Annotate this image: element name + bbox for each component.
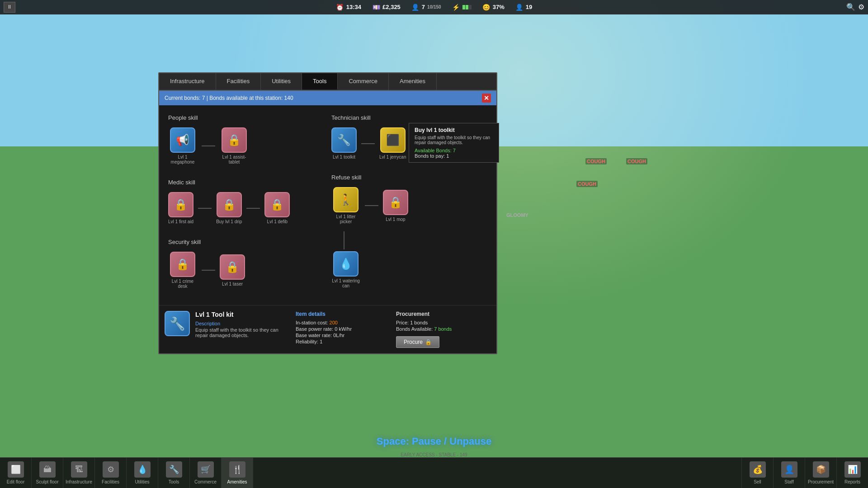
in-station-cost-row: In-station cost: 200 (296, 320, 391, 325)
crime-desk-item[interactable]: 🔒 Lvl 1 crime desk (168, 252, 197, 289)
bottom-bar-left-items: ⬜ Edit floor 🏔 Sculpt floor 🏗 Infrastruc… (0, 458, 253, 488)
litter-picker-label: Lvl 1 litter picker (331, 214, 360, 224)
item-description: Equip staff with the toolkit so they can… (195, 327, 290, 338)
top-right-icons: 🔍 ⚙ (846, 3, 864, 11)
reliability-label: Reliability: (296, 339, 318, 344)
assist-tablet-item[interactable]: 🔒 Lvl 1 assist-tablet (220, 127, 249, 164)
refuse-skill-section: Refuse skill 🚶 Lvl 1 litter picker 🔒 Lvl… (328, 170, 491, 292)
selected-item-icon: 🔧 (165, 311, 190, 336)
watering-can-icon: 💧 (333, 251, 359, 277)
tab-tools[interactable]: Tools (302, 73, 338, 90)
taser-item[interactable]: 🔒 Lvl 1 taser (220, 254, 245, 286)
jerrycan-item[interactable]: ⬛ Lvl 1 jerrycan Buy lvl 1 toolkit Equip… (379, 127, 406, 160)
mop-item[interactable]: 🔒 Lvl 1 mop (383, 190, 408, 222)
bottombar-tools[interactable]: 🔧 Tools (158, 458, 190, 488)
reliability-value: 1 (320, 339, 322, 344)
tab-infrastructure[interactable]: Infrastructure (159, 73, 216, 90)
litter-picker-item[interactable]: 🚶 Lvl 1 litter picker (331, 187, 360, 224)
tab-commerce[interactable]: Commerce (338, 73, 389, 90)
connector-security (202, 270, 215, 271)
reliability-row: Reliability: 1 (296, 339, 391, 344)
tools-label: Tools (169, 479, 179, 484)
cough-label-1: COUGH (585, 158, 607, 164)
description-label: Description (195, 321, 290, 326)
toolkit-item[interactable]: 🔧 Lvl 1 toolkit (331, 127, 357, 160)
mop-icon: 🔒 (383, 190, 408, 215)
technician-skill-row: 🔧 Lvl 1 toolkit ⬛ Lvl 1 jerrycan Buy lvl… (331, 127, 487, 160)
watering-can-item[interactable]: 💧 Lvl 1 watering can (331, 251, 360, 288)
bottombar-edit-floor[interactable]: ⬜ Edit floor (0, 458, 32, 488)
sell-icon: 💰 (750, 461, 766, 478)
defib-item[interactable]: 🔒 Lvl 1 defib (264, 192, 290, 224)
drip-item[interactable]: 🔒 Buy lvl 1 drip (216, 192, 242, 224)
bottombar-reports[interactable]: 📊 Reports (836, 458, 868, 488)
crime-desk-icon: 🔒 (170, 252, 195, 277)
bottombar-procurement[interactable]: 📦 Procurement (805, 458, 836, 488)
infra-label: Infrastructure (66, 479, 92, 484)
procurement-label: Procurement (808, 479, 834, 484)
bottom-bar: ⬜ Edit floor 🏔 Sculpt floor 🏗 Infrastruc… (0, 457, 868, 488)
connector-medic-1 (198, 208, 212, 209)
bottombar-staff[interactable]: 👤 Staff (773, 458, 805, 488)
security-skill-title: Security skill (168, 239, 324, 245)
visitors-value: 19 (526, 4, 532, 10)
tooltip-available-bonds-value: 7 (453, 148, 456, 153)
first-aid-item[interactable]: 🔒 Lvl 1 first aid (168, 192, 193, 224)
edit-floor-icon: ⬜ (8, 461, 24, 478)
people-skill-row: 📢 Lvl 1 megaphone 🔒 Lvl 1 assist-tablet (168, 127, 324, 164)
bottombar-amenities[interactable]: 🍴 Amenities (222, 458, 253, 488)
reports-icon: 📊 (844, 461, 861, 478)
tab-facilities[interactable]: Facilities (216, 73, 261, 90)
bottombar-facilities[interactable]: ⚙ Facilities (95, 458, 127, 488)
security-skill-row: 🔒 Lvl 1 crime desk 🔒 Lvl 1 taser (168, 252, 324, 289)
sculpt-floor-label: Sculpt floor (36, 479, 58, 484)
in-station-cost-label: In-station cost: (296, 320, 328, 325)
bottom-bar-right-items: 💰 Sell 👤 Staff 📦 Procurement 📊 Reports (741, 458, 868, 488)
tooltip-title: Buy lvl 1 toolkit (415, 127, 493, 133)
commerce-icon: 🛒 (198, 461, 214, 478)
tooltip-available-bonds: Available Bonds: 7 (415, 148, 493, 153)
assist-tablet-label: Lvl 1 assist-tablet (220, 155, 249, 164)
bottombar-utilities[interactable]: 💧 Utilities (127, 458, 158, 488)
megaphone-label: Lvl 1 megaphone (168, 155, 197, 164)
workers-display: 👤 7 10/150 (411, 3, 441, 11)
in-station-cost-value: 200 (330, 320, 338, 325)
amenities-icon: 🍴 (229, 461, 245, 478)
taser-label: Lvl 1 taser (222, 282, 243, 286)
people-skill-title: People skill (168, 114, 324, 121)
bottombar-sculpt-floor[interactable]: 🏔 Sculpt floor (32, 458, 63, 488)
base-water-value: 0L/hr (333, 333, 344, 338)
tab-amenities[interactable]: Amenities (389, 73, 437, 90)
money-icon: 💷 (372, 3, 380, 11)
base-power-value: 0 kW/hr (335, 326, 352, 332)
tooltip-bonds-pay-label: Bonds to pay: (415, 153, 445, 159)
bottombar-commerce[interactable]: 🛒 Commerce (190, 458, 222, 488)
early-access-label: EARLY ACCESS - STABLE - 149 (401, 452, 467, 457)
settings-icon[interactable]: ⚙ (858, 3, 864, 11)
bonds-info-text: Current bonds: 7 | Bonds available at th… (165, 95, 293, 101)
litter-picker-icon: 🚶 (333, 187, 359, 212)
sell-label: Sell (754, 479, 761, 484)
technician-skill-section: Technician skill 🔧 Lvl 1 toolkit ⬛ Lvl 1… (328, 111, 491, 170)
close-button[interactable]: ✕ (482, 94, 491, 103)
procure-button[interactable]: Procure 🔒 (396, 336, 439, 348)
toolkit-label: Lvl 1 toolkit (333, 155, 355, 160)
search-icon[interactable]: 🔍 (846, 3, 855, 11)
megaphone-item[interactable]: 📢 Lvl 1 megaphone (168, 127, 197, 164)
tab-utilities[interactable]: Utilities (261, 73, 302, 90)
bottombar-infrastructure[interactable]: 🏗 Infrastructure (63, 458, 95, 488)
toolkit-icon: 🔧 (331, 127, 357, 153)
pause-button[interactable]: II (4, 2, 15, 13)
security-skill-section: Security skill 🔒 Lvl 1 crime desk 🔒 Lvl … (165, 235, 328, 300)
tooltip-bonds-to-pay: Bonds to pay: 1 (415, 153, 493, 159)
money-display: 💷 £2,325 (372, 3, 401, 11)
price-label: Price: (396, 320, 409, 325)
connector-tech (361, 143, 375, 144)
watering-can-row: 💧 Lvl 1 watering can (331, 251, 487, 288)
smile-icon: 😊 (482, 3, 491, 11)
info-bar: Current bonds: 7 | Bonds available at th… (159, 91, 496, 105)
bottombar-sell[interactable]: 💰 Sell (741, 458, 773, 488)
modal-bottom: 🔧 Lvl 1 Tool kit Description Equip staff… (159, 305, 496, 353)
utilities-icon: 💧 (134, 461, 151, 478)
sculpt-floor-icon: 🏔 (39, 461, 56, 478)
